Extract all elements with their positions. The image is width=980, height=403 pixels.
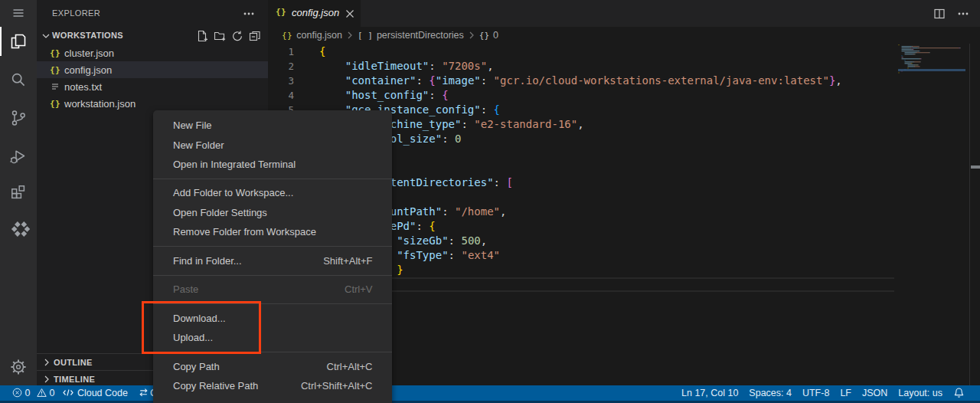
status-item-cursor-position[interactable]: Ln 17, Col 10: [676, 385, 743, 401]
code-line-1: 1{: [268, 44, 894, 59]
menu-item-remove-folder-from-workspace[interactable]: Remove Folder from Workspace: [153, 222, 392, 241]
sidebar-title-row: EXPLORER: [37, 0, 268, 27]
cloud-code-icon: [7, 221, 30, 238]
json-symbol-icon: {}: [282, 31, 292, 41]
new-file-icon[interactable]: [196, 30, 208, 42]
status-item-problems[interactable]: 00: [7, 385, 60, 401]
menu-item-add-folder-to-workspace[interactable]: Add Folder to Workspace...: [153, 183, 392, 202]
menu-item-label: New File: [173, 120, 212, 131]
breadcrumb-separator-icon: [467, 31, 476, 40]
line-number[interactable]: 4: [268, 88, 294, 103]
more-icon[interactable]: [956, 7, 970, 21]
timeline-panel-label: TIMELINE: [54, 375, 95, 384]
minimap[interactable]: [894, 44, 969, 385]
status-item-language-mode[interactable]: JSON: [857, 385, 893, 401]
collapse-all-icon[interactable]: [249, 30, 261, 42]
activity-bar-item-run-and-debug[interactable]: [0, 139, 37, 173]
menu-item-label: Paste: [173, 283, 198, 295]
minimap-lines: [894, 44, 969, 385]
menu-item-copy-path[interactable]: Copy PathCtrl+Alt+C: [153, 357, 392, 376]
more-icon[interactable]: [242, 7, 256, 21]
tab-config-json[interactable]: {} config.json: [268, 0, 361, 27]
file-item-config.json[interactable]: {}config.json: [37, 61, 268, 78]
workstations-section-header[interactable]: WORKSTATIONS: [37, 28, 268, 44]
activity-bar-item-search[interactable]: [0, 63, 37, 97]
extensions-icon: [8, 182, 28, 202]
menu-separator: [153, 179, 392, 179]
status-item-eol[interactable]: LF: [835, 385, 857, 401]
activity-bar-item-explorer[interactable]: [0, 25, 37, 58]
gear-icon: [8, 357, 28, 377]
status-item-notifications[interactable]: [948, 385, 970, 401]
status-text: UTF-8: [802, 388, 829, 398]
file-item-notes.txt[interactable]: notes.txt: [37, 78, 268, 95]
status-text: Layout: us: [898, 388, 942, 398]
line-number[interactable]: 1: [268, 44, 294, 59]
menu-item-shortcut: Ctrl+Alt+C: [327, 361, 373, 372]
menu-item-label: Find in Folder...: [173, 255, 242, 267]
file-item-workstation.json[interactable]: {}workstation.json: [37, 95, 268, 112]
status-item-encoding[interactable]: UTF-8: [797, 385, 835, 401]
close-icon[interactable]: [344, 8, 356, 20]
menu-item-find-in-folder[interactable]: Find in Folder...Shift+Alt+F: [153, 251, 392, 270]
breadcrumb: {}config.json[ ]persistentDirectories{}0: [268, 27, 980, 44]
code-line-4: 4 "host_config": {: [268, 88, 894, 103]
menu-item-paste: PasteCtrl+V: [153, 280, 392, 299]
breadcrumb-item-0[interactable]: {}0: [479, 30, 498, 41]
json-file-icon: {}: [49, 47, 61, 59]
chevron-down-icon: [40, 30, 52, 42]
chevron-right-icon: [41, 373, 53, 385]
object-symbol-icon: {}: [479, 31, 489, 41]
file-label: notes.txt: [64, 81, 102, 93]
menu-item-label: Copy Relative Path: [173, 380, 258, 392]
breadcrumb-item-config.json[interactable]: {}config.json: [282, 30, 342, 41]
code-line-3: 3 "container": {"image": "gcr.io/cloud-w…: [268, 74, 894, 88]
file-label: cluster.json: [64, 48, 114, 59]
new-folder-icon[interactable]: [214, 30, 226, 42]
menu-item-new-folder[interactable]: New Folder: [153, 135, 392, 154]
status-bar: 00Cloud CodeCloud Code Ln 17, Col 10Spac…: [0, 385, 980, 401]
status-item-cloud-code[interactable]: Cloud Code: [57, 385, 133, 401]
menu-item-open-in-integrated-terminal[interactable]: Open in Integrated Terminal: [153, 155, 392, 174]
split-editor-icon[interactable]: [933, 7, 946, 21]
activity-bar-item-extensions[interactable]: [0, 175, 37, 208]
status-bar-right: Ln 17, Col 10Spaces: 4UTF-8LFJSONLayout:…: [676, 385, 980, 401]
array-symbol-icon: [ ]: [358, 31, 373, 41]
menu-item-shortcut: Shift+Alt+F: [323, 255, 372, 267]
status-text: Cloud Code: [77, 388, 128, 398]
line-number[interactable]: 3: [268, 74, 294, 88]
tab-label: config.json: [292, 7, 339, 18]
json-file-icon: {}: [49, 64, 61, 76]
breadcrumb-label: 0: [493, 30, 498, 41]
refresh-icon[interactable]: [231, 30, 243, 42]
file-item-cluster.json[interactable]: {}cluster.json: [37, 44, 268, 61]
outline-panel-label: OUTLINE: [54, 358, 93, 367]
menu-item-open-folder-settings[interactable]: Open Folder Settings: [153, 203, 392, 222]
code-line-2: 2 "idleTimeout": "7200s",: [268, 59, 894, 74]
status-item-keyboard-layout[interactable]: Layout: us: [893, 385, 948, 401]
menu-item-new-file[interactable]: New File: [153, 116, 392, 135]
status-item-indentation[interactable]: Spaces: 4: [743, 385, 797, 401]
bell-icon: [953, 387, 965, 398]
line-number[interactable]: 2: [268, 59, 294, 74]
menu-item-label: Remove Folder from Workspace: [173, 226, 316, 238]
text-file-icon: [49, 80, 61, 93]
menu-item-label: Copy Path: [173, 361, 220, 372]
activity-bar-item-manage[interactable]: [0, 350, 37, 384]
breadcrumb-item-persistentDirectories[interactable]: [ ]persistentDirectories: [358, 30, 464, 41]
activity-bar-item-source-control[interactable]: [0, 101, 37, 135]
menu-item-shortcut: Ctrl+V: [345, 283, 372, 295]
json-file-icon: {}: [49, 97, 61, 110]
overview-ruler-cursor-mark: [971, 165, 980, 169]
explorer-actions: [196, 30, 261, 42]
menu-icon: [11, 6, 25, 20]
activity-bar-item-menu[interactable]: [0, 0, 37, 26]
error-icon: [12, 388, 22, 398]
status-text: 0: [25, 388, 31, 398]
swap-icon: [139, 388, 149, 398]
activity-bar-item-cloud-code[interactable]: [0, 212, 37, 246]
editor-actions: [933, 0, 970, 27]
menu-item-copy-relative-path[interactable]: Copy Relative PathCtrl+Shift+Alt+C: [153, 376, 392, 395]
status-text: Spaces: 4: [749, 388, 792, 398]
menu-item-label: New Folder: [173, 139, 224, 151]
